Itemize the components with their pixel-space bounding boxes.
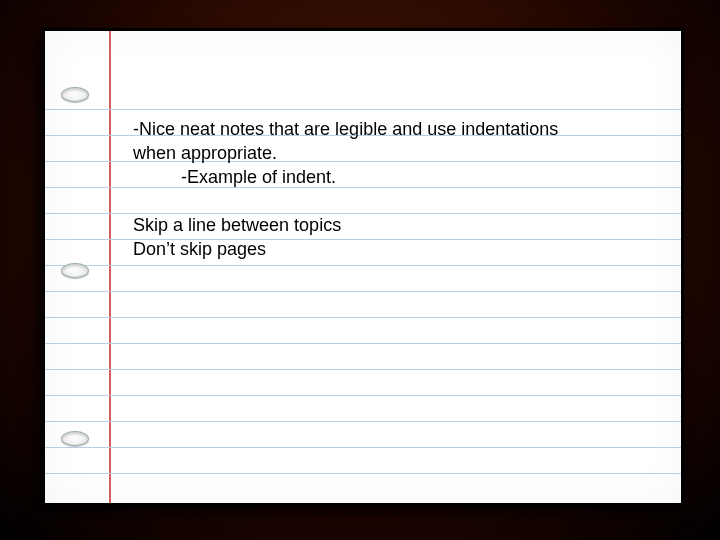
ruled-line [45, 421, 681, 422]
ruled-line [45, 109, 681, 110]
notebook-paper: -Nice neat notes that are legible and us… [42, 28, 684, 506]
ruled-line [45, 317, 681, 318]
ruled-line [45, 473, 681, 474]
ruled-line [45, 447, 681, 448]
note-line-5: Don’t skip pages [133, 237, 665, 261]
binder-hole-top [61, 87, 89, 102]
binder-hole-bottom [61, 431, 89, 446]
ruled-line [45, 343, 681, 344]
ruled-line [45, 265, 681, 266]
note-line-3-indent: -Example of indent. [133, 165, 665, 189]
ruled-line [45, 369, 681, 370]
note-line-2: when appropriate. [133, 141, 665, 165]
blank-line [133, 189, 665, 213]
binder-holes [55, 31, 95, 503]
note-line-4: Skip a line between topics [133, 213, 665, 237]
note-content: -Nice neat notes that are legible and us… [133, 117, 665, 261]
slide-stage: -Nice neat notes that are legible and us… [0, 0, 720, 540]
binder-hole-middle [61, 263, 89, 278]
red-margin-line [109, 31, 111, 503]
ruled-line [45, 395, 681, 396]
note-line-1: -Nice neat notes that are legible and us… [133, 117, 665, 141]
ruled-line [45, 291, 681, 292]
